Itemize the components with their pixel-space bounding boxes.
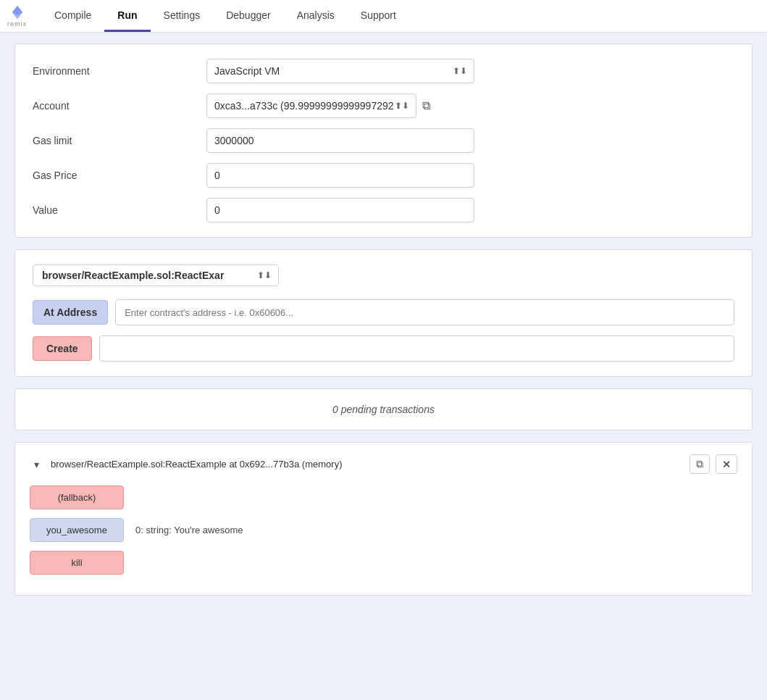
- account-copy-button[interactable]: ⧉: [416, 96, 436, 115]
- account-controls: 0xca3...a733c (99.99999999999997292 ⬆⬇ ⧉: [206, 93, 436, 118]
- settings-card: Environment JavaScript VM ⬆⬇ Account 0xc…: [14, 43, 753, 238]
- environment-row: Environment JavaScript VM ⬆⬇: [33, 59, 734, 83]
- main-content: Environment JavaScript VM ⬆⬇ Account 0xc…: [0, 33, 767, 700]
- top-navigation: remix Compile Run Settings Debugger Anal…: [0, 0, 767, 33]
- create-row: Create: [33, 336, 734, 362]
- deployed-close-button[interactable]: ✕: [716, 454, 737, 474]
- account-row: Account 0xca3...a733c (99.99999999999997…: [33, 93, 734, 118]
- deployed-contract-title: browser/ReactExample.sol:ReactExample at…: [51, 459, 690, 470]
- tab-analysis[interactable]: Analysis: [284, 0, 348, 32]
- contract-select[interactable]: browser/ReactExample.sol:ReactExar: [33, 264, 279, 286]
- at-address-button[interactable]: At Address: [33, 300, 108, 325]
- environment-select-wrapper: JavaScript VM ⬆⬇: [206, 59, 474, 83]
- collapse-button[interactable]: ▾: [30, 457, 43, 472]
- tab-debugger[interactable]: Debugger: [213, 0, 284, 32]
- tab-support[interactable]: Support: [348, 0, 409, 32]
- kill-button[interactable]: kill: [30, 551, 124, 575]
- account-select[interactable]: 0xca3...a733c (99.99999999999997292: [206, 93, 416, 118]
- gas-price-label: Gas Price: [33, 170, 206, 181]
- at-address-row: At Address: [33, 299, 734, 325]
- at-address-input[interactable]: [115, 299, 734, 325]
- kill-method-row: kill: [30, 551, 737, 575]
- deployed-contract-actions: ⧉ ✕: [690, 454, 737, 474]
- value-label: Value: [33, 204, 206, 216]
- gas-limit-input[interactable]: [206, 128, 474, 153]
- create-input[interactable]: [99, 336, 734, 362]
- account-label: Account: [33, 100, 206, 112]
- fallback-method-row: (fallback): [30, 486, 737, 509]
- deployed-contract-header: ▾ browser/ReactExample.sol:ReactExample …: [30, 454, 737, 474]
- deployed-copy-button[interactable]: ⧉: [690, 454, 710, 474]
- value-input[interactable]: [206, 198, 474, 222]
- pending-transactions-text: 0 pending transactions: [332, 404, 435, 415]
- fallback-button[interactable]: (fallback): [30, 486, 124, 509]
- you-awesome-method-row: you_awesome 0: string: You're awesome: [30, 518, 737, 542]
- create-button[interactable]: Create: [33, 336, 92, 361]
- pending-transactions-card: 0 pending transactions: [14, 388, 753, 430]
- deployed-contract-card: ▾ browser/ReactExample.sol:ReactExample …: [14, 442, 753, 596]
- gas-price-input[interactable]: [206, 163, 474, 188]
- ethereum-logo-icon: [9, 4, 25, 20]
- gas-limit-label: Gas limit: [33, 135, 206, 146]
- tab-compile[interactable]: Compile: [41, 0, 104, 32]
- nav-tabs: Compile Run Settings Debugger Analysis S…: [41, 0, 409, 32]
- tab-settings[interactable]: Settings: [151, 0, 214, 32]
- you-awesome-result: 0: string: You're awesome: [135, 525, 243, 536]
- gas-limit-row: Gas limit: [33, 128, 734, 153]
- logo: remix: [7, 4, 27, 28]
- value-row: Value: [33, 198, 734, 222]
- account-select-wrapper: 0xca3...a733c (99.99999999999997292 ⬆⬇: [206, 93, 416, 118]
- environment-select[interactable]: JavaScript VM: [206, 59, 474, 83]
- gas-price-row: Gas Price: [33, 163, 734, 188]
- logo-text: remix: [7, 20, 27, 28]
- contract-selector-wrapper: browser/ReactExample.sol:ReactExar ⬆⬇: [33, 264, 279, 286]
- you-awesome-button[interactable]: you_awesome: [30, 518, 124, 542]
- contract-card: browser/ReactExample.sol:ReactExar ⬆⬇ At…: [14, 249, 753, 377]
- contract-select-wrapper: browser/ReactExample.sol:ReactExar ⬆⬇: [33, 264, 279, 286]
- tab-run[interactable]: Run: [104, 0, 150, 32]
- environment-label: Environment: [33, 65, 206, 77]
